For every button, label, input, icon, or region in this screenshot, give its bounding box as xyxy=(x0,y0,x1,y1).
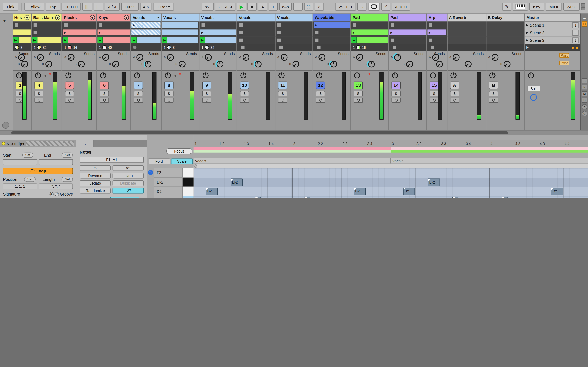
track-activator[interactable]: 14 xyxy=(392,82,401,89)
track-activator[interactable]: 9 xyxy=(202,82,211,89)
beat-time-ruler[interactable]: 11.21.31.422.22.32.433.23.33.444.24.34.4 xyxy=(194,141,588,147)
solo-button[interactable]: S xyxy=(164,91,173,96)
time-signature-display[interactable]: 4 / 4 xyxy=(105,3,120,11)
clip-slot[interactable] xyxy=(131,29,161,37)
send-b-knob[interactable]: B xyxy=(406,61,413,67)
session-hscrollbar[interactable] xyxy=(0,130,588,135)
clip[interactable]: ▶ xyxy=(63,29,96,35)
send-a-knob[interactable]: A xyxy=(356,54,363,61)
length-set-button[interactable]: Set xyxy=(62,176,73,182)
draw-mode-button[interactable]: ✎ xyxy=(502,3,511,11)
invert-button[interactable]: Invert xyxy=(113,173,144,179)
scrollbar-thumb[interactable] xyxy=(11,131,508,134)
solo-button[interactable]: S xyxy=(354,91,363,96)
clip-slot[interactable] xyxy=(62,22,96,29)
position-set-button[interactable]: Set xyxy=(24,176,35,182)
piano-key-row[interactable]: F2 xyxy=(154,168,193,178)
clip-slot[interactable] xyxy=(13,22,31,29)
randomize-value[interactable]: 127 xyxy=(113,188,144,194)
clip-slot[interactable]: ▶ xyxy=(131,37,161,44)
clip-slot[interactable] xyxy=(486,37,524,44)
monitor-button[interactable] xyxy=(34,98,43,103)
midi-note[interactable]: D2 xyxy=(403,188,415,195)
pan-knob[interactable] xyxy=(450,72,457,78)
clip-region-header[interactable]: Vocals xyxy=(194,158,391,164)
tap-tempo-button[interactable]: Tap xyxy=(46,3,60,11)
clip-slot[interactable] xyxy=(237,22,275,29)
end-set-button[interactable]: Set xyxy=(62,152,73,158)
scene-number[interactable]: 3 xyxy=(572,37,579,43)
clip[interactable] xyxy=(162,22,199,28)
slot-stop-button[interactable] xyxy=(317,46,320,49)
follow-playhead-button[interactable]: ➔‥ xyxy=(202,3,213,11)
clip-slot[interactable] xyxy=(427,22,447,29)
solo-button[interactable]: S xyxy=(240,91,249,96)
clip[interactable]: ▶ xyxy=(200,37,236,43)
randomize-button[interactable]: Randomize xyxy=(80,188,111,194)
send-a-knob[interactable]: A xyxy=(492,54,498,61)
clip-play-button[interactable]: ▶ xyxy=(32,37,37,43)
clip[interactable]: ▶ xyxy=(98,29,130,35)
legato-button[interactable]: Legato xyxy=(80,180,111,186)
groove-select[interactable]: None▼ xyxy=(37,198,73,198)
monitor-button[interactable] xyxy=(354,98,363,103)
clip-slot[interactable]: ▶ xyxy=(13,37,31,44)
pan-knob[interactable] xyxy=(165,72,171,78)
clip-slot[interactable] xyxy=(313,37,350,44)
clip-slot[interactable] xyxy=(97,22,130,29)
clip-slot[interactable] xyxy=(162,29,199,37)
clip[interactable]: ▶ xyxy=(427,29,446,35)
clip[interactable] xyxy=(131,29,161,35)
panel-fold-icon[interactable]: ▽ xyxy=(7,142,9,146)
lane-arrow-icon[interactable]: ◀ xyxy=(141,198,144,198)
capture-midi-button[interactable]: ⬚ xyxy=(304,3,313,11)
track-fold-icon[interactable]: ▾ xyxy=(124,15,129,20)
clip-region-header[interactable]: Vocals xyxy=(391,158,588,164)
scene-number[interactable]: 1 xyxy=(572,22,579,28)
send-b-knob[interactable]: B xyxy=(217,61,223,67)
track-header[interactable]: Bass Main▾ xyxy=(32,14,61,22)
stop-all-clips-icon[interactable]: ■ xyxy=(576,45,578,49)
clip-stop-button[interactable] xyxy=(391,39,394,42)
send-a-post-toggle[interactable]: Post xyxy=(559,53,569,58)
clip-slot[interactable] xyxy=(447,22,485,29)
clip-slot[interactable] xyxy=(162,22,199,29)
pan-knob[interactable] xyxy=(316,72,322,78)
track-menu-icon[interactable]: ≡ xyxy=(157,15,159,20)
fold-button[interactable]: Fold xyxy=(148,158,170,164)
clip-slot[interactable] xyxy=(276,29,312,37)
send-b-knob[interactable]: B xyxy=(330,61,337,67)
computer-midi-keyboard-button[interactable] xyxy=(513,3,528,11)
send-a-knob[interactable]: A xyxy=(37,54,44,61)
track-header[interactable]: A Reverb xyxy=(447,14,485,22)
slot-stop-button[interactable] xyxy=(279,46,283,49)
midi-map-button[interactable]: MIDI xyxy=(545,3,562,11)
clip-slot[interactable] xyxy=(313,29,350,37)
track-header[interactable]: Hits▾ xyxy=(13,14,31,22)
pan-knob[interactable] xyxy=(489,72,495,78)
clip-slot[interactable]: ▶ xyxy=(62,29,96,37)
scale-highlight-icon[interactable]: ↻ xyxy=(148,170,153,175)
monitor-button[interactable] xyxy=(450,98,459,103)
signature-denominator[interactable]: 4 xyxy=(20,198,35,198)
clip-slot[interactable] xyxy=(276,22,312,29)
monitor-button[interactable] xyxy=(202,98,211,103)
clip-loop-strip-2[interactable] xyxy=(194,150,588,152)
reverse-button[interactable]: Reverse xyxy=(80,173,111,179)
pan-knob[interactable] xyxy=(430,72,436,78)
clip-stop-button[interactable] xyxy=(201,24,205,27)
track-header[interactable]: Pad xyxy=(351,14,388,22)
stop-all-icon[interactable]: ▶ xyxy=(526,46,528,49)
monitor-button[interactable] xyxy=(65,98,74,103)
nudge-down-button[interactable]: |||| xyxy=(82,3,92,11)
clip-slot[interactable] xyxy=(32,29,61,37)
track-activator[interactable]: B xyxy=(489,82,498,89)
monitor-button[interactable] xyxy=(100,98,109,103)
midi-note[interactable] xyxy=(452,197,458,198)
clip-stop-button[interactable] xyxy=(99,24,103,27)
clip[interactable]: ▶ xyxy=(98,37,130,43)
clip-slot[interactable] xyxy=(486,22,524,29)
monitor-button[interactable] xyxy=(392,98,401,103)
send-b-knob[interactable]: B xyxy=(179,61,186,67)
clip[interactable]: ▶ xyxy=(32,37,61,43)
